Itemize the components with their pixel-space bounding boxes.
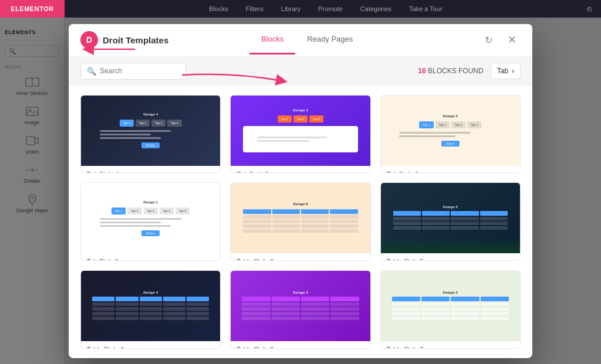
- modal-toolbar: 🔍 16 BLOCKS FOUND: [69, 57, 532, 86]
- nav-tab-promote[interactable]: Promote: [318, 2, 343, 16]
- filter-chevron-icon: ›: [512, 67, 514, 75]
- card-label-2: Tab Style 3: [231, 166, 370, 174]
- search-box[interactable]: 🔍: [80, 63, 186, 80]
- thumb-inner-2: Design 3 Tab 1 Tab 2 Tab 3: [231, 96, 370, 166]
- template-card-9[interactable]: Design 2: [380, 270, 521, 349]
- modal-header: D Droit Templates Blocks Ready Pages: [69, 24, 532, 57]
- card-label-4: Tab Style 1: [81, 253, 220, 261]
- search-icon: 🔍: [87, 67, 96, 76]
- template-card-4[interactable]: Design 1 Tab 1 Tab 2 Tab 3 Tab 4 Tab 5: [80, 182, 221, 261]
- thumb-inner-9: Design 2: [381, 271, 520, 341]
- modal-header-actions: ↻ ✕: [481, 32, 521, 48]
- editor-nav-tabs: Blocks Filters Library Promote Categorie…: [65, 2, 587, 16]
- card-label-8: Table Style 3: [231, 341, 370, 349]
- template-card-3[interactable]: Design 2 Tab 1 Tab 2 Tab 3 Tab 4: [380, 95, 521, 174]
- card-label-7: Table Style 4: [81, 341, 220, 349]
- card-label-5: Table Style 6: [231, 253, 370, 261]
- nav-tab-categories[interactable]: Categories: [360, 2, 391, 16]
- blocks-found-text: 16 BLOCKS FOUND: [418, 67, 483, 75]
- thumb-inner-5: Design 6: [231, 183, 370, 253]
- blocks-found-label: BLOCKS FOUND: [428, 67, 484, 75]
- thumb-inner-7: Design 4: [81, 271, 220, 341]
- card-thumb-9: Design 2: [381, 271, 520, 341]
- refresh-button[interactable]: ↻: [481, 32, 497, 48]
- card-label-3: Tab Style 2: [381, 166, 520, 174]
- template-card-2[interactable]: Design 3 Tab 1 Tab 2 Tab 3: [230, 95, 370, 174]
- thumb-inner-6: Design 5: [381, 183, 520, 253]
- card-thumb-1: Design 4 Tab 1 Tab 2 Tab 3 Tab 4: [81, 96, 220, 166]
- editor-background: elementor Blocks Filters Library Promote…: [0, 0, 601, 364]
- template-grid: Design 4 Tab 1 Tab 2 Tab 3 Tab 4: [69, 86, 532, 358]
- search-input[interactable]: [100, 67, 180, 75]
- card-thumb-5: Design 6: [231, 183, 370, 253]
- modal-title: Droit Templates: [103, 35, 168, 45]
- nav-tab-tour[interactable]: Take a Tour: [409, 2, 443, 16]
- card-thumb-2: Design 3 Tab 1 Tab 2 Tab 3: [231, 96, 370, 166]
- thumb-inner-8: Design 3: [231, 271, 370, 341]
- close-button[interactable]: ✕: [504, 32, 521, 48]
- card-thumb-8: Design 3: [231, 271, 370, 341]
- nav-tab-filters[interactable]: Filters: [246, 2, 264, 16]
- template-card-1[interactable]: Design 4 Tab 1 Tab 2 Tab 3 Tab 4: [80, 95, 221, 174]
- card-label-9: Table Style 2: [381, 341, 520, 349]
- template-card-8[interactable]: Design 3: [230, 270, 370, 349]
- template-card-7[interactable]: Design 4: [80, 270, 221, 349]
- modal-logo: D Droit Templates: [80, 31, 168, 49]
- droit-templates-modal: D Droit Templates Blocks Ready Pages: [69, 24, 532, 358]
- share-icon[interactable]: ⎋: [587, 4, 592, 13]
- nav-tab-blocks[interactable]: Blocks: [209, 2, 228, 16]
- card-thumb-3: Design 2 Tab 1 Tab 2 Tab 3 Tab 4: [381, 96, 520, 166]
- thumb-inner-4: Design 1 Tab 1 Tab 2 Tab 3 Tab 4 Tab 5: [81, 183, 220, 253]
- card-thumb-4: Design 1 Tab 1 Tab 2 Tab 3 Tab 4 Tab 5: [81, 183, 220, 253]
- modal-tabs: Blocks Ready Pages: [249, 25, 364, 55]
- modal-overlay: D Droit Templates Blocks Ready Pages: [0, 18, 601, 364]
- blocks-count: 16: [418, 67, 426, 75]
- editor-nav-actions: ⎋: [587, 4, 601, 13]
- thumb-inner-3: Design 2 Tab 1 Tab 2 Tab 3 Tab 4: [381, 96, 520, 166]
- logo-text: elementor: [11, 5, 53, 12]
- card-thumb-7: Design 4: [81, 271, 220, 341]
- thumb-inner-1: Design 4 Tab 1 Tab 2 Tab 3 Tab 4: [81, 96, 220, 166]
- filter-dropdown[interactable]: Tab ›: [491, 63, 521, 79]
- tab-blocks[interactable]: Blocks: [249, 25, 295, 55]
- card-label-1: Tab Style 4: [81, 166, 220, 174]
- nav-tab-library[interactable]: Library: [281, 2, 301, 16]
- tab-ready-pages[interactable]: Ready Pages: [295, 25, 364, 55]
- editor-topbar: elementor Blocks Filters Library Promote…: [0, 0, 601, 18]
- filter-label: Tab: [497, 67, 508, 75]
- card-label-6: Table Style 5: [381, 253, 520, 261]
- card-thumb-6: Design 5: [381, 183, 520, 253]
- modal-logo-icon: D: [80, 31, 98, 49]
- template-card-6[interactable]: Design 5: [380, 182, 521, 261]
- editor-logo: elementor: [0, 0, 65, 18]
- template-card-5[interactable]: Design 6: [230, 182, 370, 261]
